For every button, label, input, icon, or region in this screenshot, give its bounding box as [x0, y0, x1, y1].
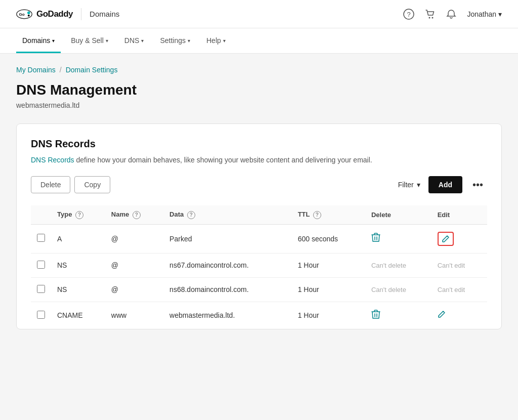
- svg-point-6: [429, 17, 430, 18]
- name-help-icon[interactable]: ?: [133, 211, 141, 219]
- nav-chevron-dns: ▾: [141, 38, 144, 44]
- th-delete: Delete: [365, 205, 431, 224]
- row4-ttl: 1 Hour: [292, 302, 365, 329]
- nav-chevron-settings: ▾: [188, 38, 190, 44]
- ttl-help-icon[interactable]: ?: [313, 211, 321, 219]
- breadcrumb-domain-settings[interactable]: Domain Settings: [66, 66, 118, 74]
- page-content: My Domains / Domain Settings DNS Managem…: [0, 54, 518, 417]
- dns-records-desc: DNS Records define how your domain behav…: [31, 156, 487, 164]
- row4-name: www: [105, 302, 163, 329]
- nav-chevron-domains: ▾: [52, 38, 55, 44]
- th-ttl: TTL ?: [292, 205, 365, 224]
- nav-item-buy-sell[interactable]: Buy & Sell ▾: [65, 28, 114, 53]
- th-name: Name ?: [105, 205, 163, 224]
- table-row: A @ Parked 600 seconds: [31, 224, 487, 253]
- dns-table: Type ? Name ? Data ? TTL ? De: [31, 205, 487, 329]
- table-row: NS @ ns68.domaincontrol.com. 1 Hour Can'…: [31, 277, 487, 302]
- row1-edit-button[interactable]: [438, 232, 454, 246]
- nav-item-help[interactable]: Help ▾: [200, 28, 232, 53]
- row1-ttl: 600 seconds: [292, 224, 365, 253]
- cart-icon[interactable]: [424, 9, 436, 20]
- nav-chevron-buy-sell: ▾: [106, 38, 108, 44]
- logo[interactable]: Go GoDaddy: [16, 9, 73, 19]
- add-button[interactable]: Add: [428, 176, 462, 193]
- row4-data: webmastermedia.ltd.: [163, 302, 292, 329]
- godaddy-logo-icon: Go: [16, 9, 32, 19]
- row1-name: @: [105, 224, 163, 253]
- row1-type: A: [51, 224, 105, 253]
- table-row: NS @ ns67.domaincontrol.com. 1 Hour Can'…: [31, 253, 487, 277]
- more-icon: •••: [472, 179, 483, 190]
- user-menu[interactable]: Jonathan ▾: [467, 10, 502, 18]
- dns-records-link[interactable]: DNS Records: [31, 156, 74, 164]
- page-title: DNS Management: [16, 82, 502, 98]
- table-header: Type ? Name ? Data ? TTL ? De: [31, 205, 487, 224]
- th-data: Data ?: [163, 205, 292, 224]
- row1-data: Parked: [163, 224, 292, 253]
- header-left: Go GoDaddy Domains: [16, 8, 119, 20]
- th-edit: Edit: [431, 205, 487, 224]
- row4-delete-cell: [365, 302, 431, 329]
- header-right: ? Jonathan ▾: [403, 9, 502, 20]
- row3-name: @: [105, 277, 163, 302]
- nav-item-domains[interactable]: Domains ▾: [16, 28, 61, 53]
- dns-records-card: DNS Records DNS Records define how your …: [16, 123, 502, 329]
- logo-text: GoDaddy: [36, 9, 73, 19]
- bell-icon[interactable]: [446, 9, 457, 20]
- row3-data: ns68.domaincontrol.com.: [163, 277, 292, 302]
- toolbar-right: Filter ▾ Add •••: [396, 176, 487, 193]
- toolbar-left: Delete Copy: [31, 176, 110, 193]
- page-subtitle: webmastermedia.ltd: [16, 101, 502, 109]
- svg-text:?: ?: [407, 11, 411, 18]
- user-menu-chevron: ▾: [498, 10, 502, 18]
- copy-button[interactable]: Copy: [74, 176, 110, 193]
- header: Go GoDaddy Domains ?: [0, 0, 518, 28]
- nav-item-settings[interactable]: Settings ▾: [154, 28, 196, 53]
- row2-edit-cell: Can't edit: [431, 253, 487, 277]
- row2-cant-delete: Can't delete: [371, 262, 406, 269]
- svg-point-3: [28, 14, 30, 16]
- dns-records-desc-suffix: define how your domain behaves, like sho…: [74, 156, 372, 164]
- breadcrumb: My Domains / Domain Settings: [16, 66, 502, 74]
- row2-checkbox[interactable]: [37, 261, 45, 269]
- data-help-icon[interactable]: ?: [187, 211, 195, 219]
- row4-edit-cell: [431, 302, 487, 329]
- nav-chevron-help: ▾: [223, 38, 226, 44]
- more-options-button[interactable]: •••: [468, 177, 487, 193]
- type-help-icon[interactable]: ?: [75, 211, 83, 219]
- row2-checkbox-cell: [31, 253, 51, 277]
- row2-data: ns67.domaincontrol.com.: [163, 253, 292, 277]
- row1-edit-cell: [431, 224, 487, 253]
- svg-point-7: [432, 17, 434, 18]
- table-row: CNAME www webmastermedia.ltd. 1 Hour: [31, 302, 487, 329]
- row3-type: NS: [51, 277, 105, 302]
- row4-edit-icon[interactable]: [438, 311, 446, 320]
- delete-button[interactable]: Delete: [31, 176, 70, 193]
- row2-type: NS: [51, 253, 105, 277]
- row4-delete-icon[interactable]: [371, 311, 380, 321]
- row1-checkbox-cell: [31, 224, 51, 253]
- row2-name: @: [105, 253, 163, 277]
- header-divider: [81, 8, 81, 20]
- row3-cant-edit: Can't edit: [438, 286, 465, 293]
- main-nav: Domains ▾ Buy & Sell ▾ DNS ▾ Settings ▾ …: [0, 28, 518, 54]
- row3-cant-delete: Can't delete: [371, 286, 406, 293]
- svg-text:Go: Go: [19, 12, 25, 17]
- header-app-title: Domains: [90, 10, 119, 18]
- breadcrumb-my-domains[interactable]: My Domains: [16, 66, 56, 74]
- user-name: Jonathan: [467, 10, 496, 18]
- row1-delete-icon[interactable]: [371, 234, 380, 244]
- th-type: Type ?: [51, 205, 105, 224]
- row3-checkbox[interactable]: [37, 285, 45, 293]
- filter-button[interactable]: Filter ▾: [396, 177, 422, 193]
- nav-item-dns[interactable]: DNS ▾: [118, 28, 150, 53]
- row2-delete-cell: Can't delete: [365, 253, 431, 277]
- svg-point-2: [27, 11, 30, 14]
- row4-type: CNAME: [51, 302, 105, 329]
- row1-checkbox[interactable]: [37, 234, 45, 242]
- help-icon[interactable]: ?: [403, 9, 414, 20]
- row3-checkbox-cell: [31, 277, 51, 302]
- row2-cant-edit: Can't edit: [438, 262, 465, 269]
- filter-chevron: ▾: [417, 181, 420, 189]
- row4-checkbox[interactable]: [37, 311, 45, 319]
